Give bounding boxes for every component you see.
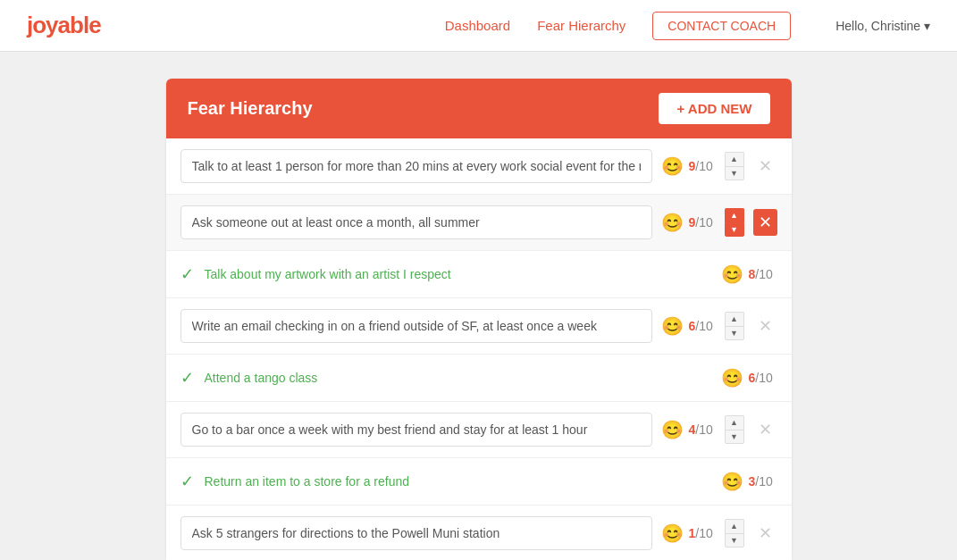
completed-item-text: Attend a tango class	[205, 371, 710, 385]
score-display: 9/10	[689, 215, 718, 230]
add-new-button[interactable]: + ADD NEW	[659, 93, 769, 124]
emoji-score-icon: 😊	[721, 471, 743, 492]
score-area: 😊 6/10	[721, 367, 777, 389]
score-area: 😊 9/10 ▲ ▼	[661, 152, 744, 180]
item-text-input[interactable]	[180, 516, 652, 550]
contact-coach-button[interactable]: CONTACT COACH	[652, 12, 791, 40]
completed-item: ✓ Attend a tango class 😊 6/10	[166, 355, 792, 402]
items-list: 😊 9/10 ▲ ▼ ✕ 😊 9/10 ▲ ▼ ✕ ✓ Talk abo	[166, 138, 792, 560]
completed-item-text: Talk about my artwork with an artist I r…	[205, 267, 710, 281]
fear-hierarchy-card: Fear Hierarchy + ADD NEW 😊 9/10 ▲ ▼ ✕ 😊 …	[166, 79, 792, 560]
stepper-down-button[interactable]: ▼	[725, 326, 744, 340]
score-display: 6/10	[749, 371, 777, 385]
check-icon: ✓	[180, 472, 194, 491]
stepper-down-button[interactable]: ▼	[725, 166, 744, 180]
check-icon: ✓	[180, 368, 194, 388]
delete-button[interactable]: ✕	[753, 416, 777, 443]
score-display: 6/10	[689, 319, 718, 333]
delete-button[interactable]: ✕	[753, 520, 777, 547]
editable-item: 😊 9/10 ▲ ▼ ✕	[166, 195, 792, 251]
score-area: 😊 1/10 ▲ ▼	[661, 519, 744, 547]
editable-item: 😊 9/10 ▲ ▼ ✕	[166, 138, 792, 195]
user-menu[interactable]: Hello, Christine ▾	[835, 19, 930, 33]
stepper-up-button[interactable]: ▲	[725, 312, 744, 326]
nav-fear-hierarchy[interactable]: Fear Hierarchy	[537, 18, 625, 33]
delete-button[interactable]: ✕	[753, 153, 777, 180]
score-area: 😊 9/10 ▲ ▼	[661, 208, 744, 237]
score-display: 3/10	[749, 474, 777, 489]
score-display: 1/10	[689, 526, 718, 540]
score-stepper: ▲ ▼	[725, 312, 744, 340]
score-area: 😊 6/10 ▲ ▼	[661, 312, 744, 340]
stepper-up-button[interactable]: ▲	[725, 519, 744, 533]
card-header: Fear Hierarchy + ADD NEW	[166, 79, 792, 138]
emoji-score-icon: 😊	[721, 263, 743, 285]
emoji-score-icon: 😊	[661, 522, 684, 544]
chevron-down-icon: ▾	[924, 19, 930, 33]
stepper-down-button[interactable]: ▼	[725, 430, 744, 444]
score-stepper: ▲ ▼	[725, 415, 744, 444]
editable-item: 😊 4/10 ▲ ▼ ✕	[166, 402, 792, 458]
completed-item: ✓ Talk about my artwork with an artist I…	[166, 251, 792, 298]
item-text-input[interactable]	[180, 413, 652, 447]
item-text-input[interactable]	[180, 205, 652, 239]
delete-button[interactable]: ✕	[753, 209, 777, 236]
editable-item: 😊 6/10 ▲ ▼ ✕	[166, 298, 792, 355]
item-text-input[interactable]	[180, 149, 652, 183]
score-stepper: ▲ ▼	[725, 208, 744, 237]
score-stepper: ▲ ▼	[725, 152, 744, 180]
item-text-input[interactable]	[180, 309, 652, 343]
logo: joyable	[27, 12, 101, 39]
score-area: 😊 8/10	[721, 263, 777, 285]
stepper-down-button[interactable]: ▼	[725, 222, 744, 237]
stepper-up-button[interactable]: ▲	[725, 152, 744, 166]
completed-item: ✓ Return an item to a store for a refund…	[166, 458, 792, 506]
score-display: 9/10	[689, 159, 718, 173]
emoji-score-icon: 😊	[661, 419, 684, 440]
score-area: 😊 4/10 ▲ ▼	[661, 415, 744, 444]
emoji-score-icon: 😊	[721, 367, 743, 389]
check-icon: ✓	[180, 264, 194, 284]
editable-item: 😊 1/10 ▲ ▼ ✕	[166, 506, 792, 560]
score-display: 8/10	[749, 267, 777, 281]
header: joyable Dashboard Fear Hierarchy CONTACT…	[0, 0, 957, 52]
stepper-up-button[interactable]: ▲	[725, 415, 744, 430]
stepper-up-button[interactable]: ▲	[725, 208, 744, 222]
score-display: 4/10	[689, 422, 718, 437]
score-stepper: ▲ ▼	[725, 519, 744, 547]
user-label: Hello, Christine	[835, 19, 920, 33]
nav-dashboard[interactable]: Dashboard	[445, 18, 510, 33]
emoji-score-icon: 😊	[661, 315, 684, 337]
emoji-score-icon: 😊	[661, 212, 684, 233]
emoji-score-icon: 😊	[661, 155, 684, 177]
card-title: Fear Hierarchy	[188, 98, 313, 119]
main-content: Fear Hierarchy + ADD NEW 😊 9/10 ▲ ▼ ✕ 😊 …	[139, 52, 818, 560]
completed-item-text: Return an item to a store for a refund	[205, 474, 710, 489]
delete-button[interactable]: ✕	[753, 313, 777, 339]
nav: Dashboard Fear Hierarchy CONTACT COACH H…	[445, 12, 930, 40]
score-area: 😊 3/10	[721, 471, 777, 492]
stepper-down-button[interactable]: ▼	[725, 533, 744, 547]
